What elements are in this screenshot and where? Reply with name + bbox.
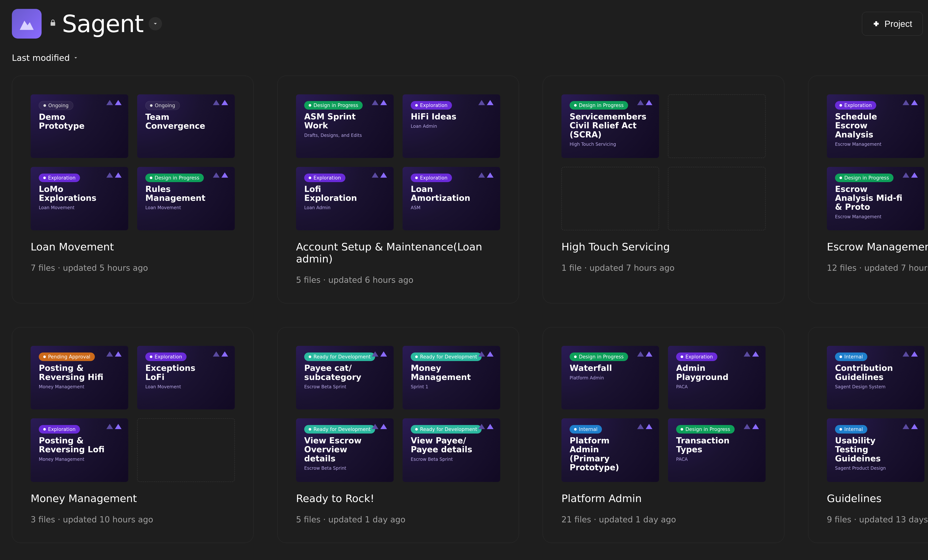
thumbnail-empty[interactable] [137,418,235,482]
file-thumbnail[interactable]: Ready for DevelopmentPayee cat/ subcateg… [296,346,394,409]
file-thumbnail[interactable]: OngoingTeam Convergence [137,94,235,158]
file-thumbnail[interactable]: ExplorationLoMo ExplorationsLoan Movemen… [31,167,128,230]
thumbnail-title: Exceptions LoFi [145,364,217,382]
project-card[interactable]: ExplorationSchedule Escrow AnalysisEscro… [808,76,928,303]
file-thumbnail[interactable]: Ready for DevelopmentMoney ManagementSpr… [403,346,500,409]
thumbnail-title: Platform Admin (Primary Prototype) [569,436,641,472]
status-badge-label: Design in Progress [155,175,199,181]
file-thumbnail[interactable]: ExplorationLofi ExplorationLoan Admin [296,167,394,230]
new-project-label: Project [884,19,912,29]
thumb-corner-logo [372,352,387,356]
status-badge: Exploration [39,173,80,182]
file-thumbnail[interactable]: Pending ApprovalPosting & Reversing Hifi… [31,346,128,409]
status-badge: Pending Approval [39,353,95,361]
status-badge: Ready for Development [304,353,375,361]
project-title: Money Management [31,492,235,504]
thumb-corner-logo [478,424,493,429]
file-thumbnail[interactable]: Design in ProgressASM Sprint WorkDrafts,… [296,94,394,158]
thumbnail-title: Demo Prototype [39,113,110,131]
status-badge-label: Ready for Development [420,354,477,359]
thumbnail-subtitle: Loan Movement [145,205,227,210]
project-thumbnails: Design in ProgressWaterfallPlatform Admi… [562,346,766,482]
thumbnail-title: View Escrow Overview details [304,436,375,463]
thumbnail-empty[interactable] [562,167,659,230]
project-meta: 7 files · updated 5 hours ago [31,263,235,272]
thumb-corner-logo [637,352,652,356]
project-card[interactable]: Design in ProgressASM Sprint WorkDrafts,… [277,76,519,303]
thumbnail-subtitle: Loan Movement [145,384,227,390]
file-thumbnail[interactable]: ExplorationHiFi IdeasLoan Admin [403,94,500,158]
projects-grid: OngoingDemo PrototypeOngoingTeam Converg… [0,76,928,543]
status-badge: Exploration [411,101,452,110]
thumbnail-title: Usability Testing Guideines [835,436,907,463]
file-thumbnail[interactable]: Design in ProgressEscrow Analysis Mid-fi… [827,167,925,230]
status-badge-label: Exploration [155,354,182,359]
project-title: Platform Admin [562,492,766,504]
file-thumbnail[interactable]: ExplorationExceptions LoFiLoan Movement [137,346,235,409]
thumb-corner-logo [106,100,122,105]
thumbnail-title: HiFi Ideas [411,112,482,121]
file-thumbnail[interactable]: Design in ProgressRules ManagementLoan M… [137,167,235,230]
file-thumbnail[interactable]: Ready for DevelopmentView Payee/ Payee d… [403,418,500,482]
file-thumbnail[interactable]: Ready for DevelopmentView Escrow Overvie… [296,418,394,482]
status-badge-label: Ongoing [155,103,175,108]
thumbnail-subtitle: Sagent Design System [835,384,916,390]
status-badge-label: Ready for Development [420,426,477,432]
file-thumbnail[interactable]: OngoingDemo Prototype [31,94,128,158]
file-thumbnail[interactable]: Design in ProgressServicemembers Civil R… [562,94,659,158]
thumbnail-title: Escrow Analysis Mid-fi & Proto [835,185,907,212]
status-badge: Exploration [676,353,717,361]
file-thumbnail[interactable]: InternalUsability Testing GuideinesSagen… [827,418,925,482]
status-badge-label: Design in Progress [579,102,624,108]
project-meta: 3 files · updated 10 hours ago [31,515,235,524]
thumb-corner-logo [902,100,918,105]
file-thumbnail[interactable]: ExplorationPosting & Reversing LofiMoney… [31,418,128,482]
thumbnail-subtitle: High Touch Servicing [569,142,651,147]
project-card[interactable]: OngoingDemo PrototypeOngoingTeam Converg… [12,76,253,303]
workspace-avatar[interactable] [12,9,41,38]
project-meta: 12 files · updated 7 hours ago [827,263,928,272]
status-badge: Design in Progress [676,425,735,434]
thumb-corner-logo [372,172,387,178]
project-title: High Touch Servicing [562,241,766,253]
thumb-corner-logo [372,424,387,429]
thumbnail-subtitle: Platform Admin [569,375,651,380]
thumbnail-empty[interactable] [668,94,766,158]
project-meta: 1 file · updated 7 hours ago [562,263,766,272]
file-thumbnail[interactable]: Design in ProgressTransaction TypesPACA [668,418,766,482]
workspace-menu-button[interactable] [149,17,162,30]
file-thumbnail[interactable]: InternalPlatform Admin (Primary Prototyp… [562,418,659,482]
file-thumbnail[interactable]: ExplorationSchedule Escrow AnalysisEscro… [827,94,925,158]
thumb-corner-logo [478,100,493,105]
sort-dropdown[interactable]: Last modified [12,53,78,63]
status-badge-label: Ready for Development [313,426,371,432]
file-thumbnail[interactable]: Design in ProgressWaterfallPlatform Admi… [562,346,659,409]
thumbnail-title: Money Management [411,364,482,382]
thumbnail-title: Rules Management [145,185,217,203]
file-thumbnail[interactable]: ExplorationLoan AmortizationASM [403,167,500,230]
thumbnail-subtitle: PACA [676,457,757,462]
chevron-down-icon [153,21,158,27]
status-badge: Design in Progress [145,173,204,182]
project-card[interactable]: Design in ProgressServicemembers Civil R… [543,76,785,303]
project-card[interactable]: Design in ProgressWaterfallPlatform Admi… [543,327,785,543]
thumb-corner-logo [902,424,918,429]
project-card[interactable]: Pending ApprovalPosting & Reversing Hifi… [12,327,253,543]
project-card[interactable]: Ready for DevelopmentPayee cat/ subcateg… [277,327,519,543]
status-badge: Exploration [304,173,345,182]
file-thumbnail[interactable]: ExplorationAdmin PlaygroundPACA [668,346,766,409]
header-left: Sagent [12,9,162,38]
status-badge-label: Ready for Development [313,354,371,359]
new-project-button[interactable]: Project [862,12,923,36]
thumbnail-subtitle: PACA [676,384,757,390]
file-thumbnail[interactable]: InternalContribution GuidelinesSagent De… [827,346,925,409]
thumbnail-empty[interactable] [668,167,766,230]
project-card[interactable]: InternalContribution GuidelinesSagent De… [808,327,928,543]
thumbnail-subtitle: Escrow Beta Sprint [411,457,492,462]
thumbnail-title: Loan Amortization [411,185,482,203]
thumb-corner-logo [902,352,918,356]
status-badge-label: Internal [844,426,863,432]
project-meta: 5 files · updated 6 hours ago [296,275,500,285]
thumbnail-subtitle: Loan Movement [39,205,120,210]
status-badge-label: Exploration [48,175,76,181]
